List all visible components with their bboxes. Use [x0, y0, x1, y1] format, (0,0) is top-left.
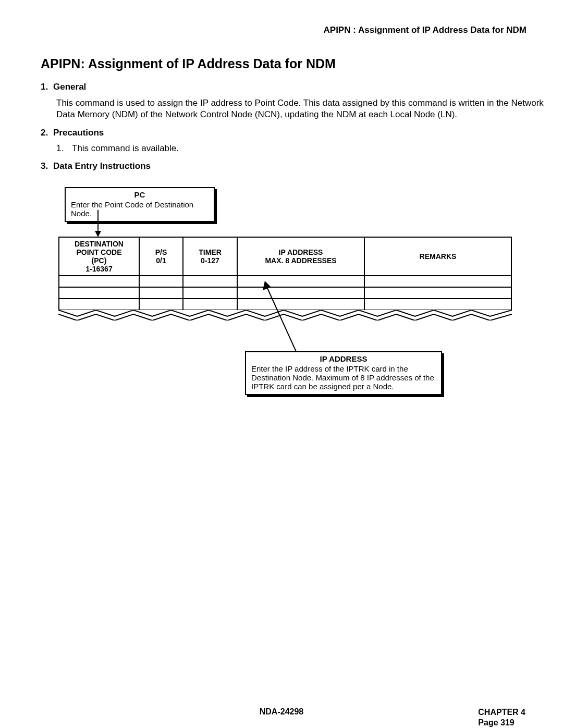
callout-pc: PC Enter the Point Code of Destination N…: [65, 187, 215, 222]
section-general: 1.General This command is used to assign…: [41, 82, 563, 120]
col-header-ps: P/S 0/1: [139, 237, 183, 276]
precaution-item-1: 1.This command is available.: [56, 143, 563, 154]
running-header: APIPN : Assignment of IP Address Data fo…: [0, 0, 563, 35]
callout-ip: IP ADDRESS Enter the IP address of the I…: [245, 351, 442, 395]
footer-doc-id: NDA-24298: [260, 707, 303, 717]
callout-ip-text: Enter the IP address of the IPTRK card i…: [251, 364, 436, 391]
col4-l2: MAX. 8 ADDRESSES: [241, 256, 361, 265]
section-title-2: Precautions: [53, 128, 104, 138]
running-title-text: APIPN : Assignment of IP Address Data fo…: [324, 25, 527, 35]
section-num-2: 2.: [41, 128, 53, 138]
col-header-remarks: REMARKS: [364, 237, 511, 276]
precaution-text-1: This command is available.: [72, 143, 179, 153]
col-header-ip: IP ADDRESS MAX. 8 ADDRESSES: [237, 237, 364, 276]
col3-l1: TIMER: [187, 248, 234, 256]
col4-l1: IP ADDRESS: [241, 248, 361, 256]
col1-l2: POINT CODE: [63, 248, 136, 256]
col1-l4: 1-16367: [63, 265, 136, 273]
callout-pc-text: Enter the Point Code of Destination Node…: [71, 200, 209, 218]
col2-l1: P/S: [143, 248, 179, 256]
section-num-3: 3.: [41, 161, 53, 171]
section-data-entry: 3.Data Entry Instructions: [41, 161, 563, 171]
section-title-1: General: [53, 82, 86, 92]
section-body-1: This command is used to assign the IP ad…: [56, 97, 563, 120]
table-header: DESTINATION POINT CODE (PC) 1-16367 P/S …: [59, 237, 511, 276]
diagram-area: PC Enter the Point Code of Destination N…: [0, 187, 563, 406]
col1-l1: DESTINATION: [63, 240, 136, 248]
col-header-timer: TIMER 0-127: [183, 237, 237, 276]
col3-l2: 0-127: [187, 256, 234, 265]
section-heading-3: 3.Data Entry Instructions: [41, 161, 563, 171]
svg-marker-3: [263, 281, 271, 290]
footer-chapter: CHAPTER 4: [478, 707, 525, 718]
section-title-3: Data Entry Instructions: [53, 161, 151, 171]
page-title: APIPN: Assignment of IP Address Data for…: [41, 56, 563, 71]
arrow-pc-icon: [93, 210, 103, 237]
col2-l2: 0/1: [143, 256, 179, 265]
section-num-1: 1.: [41, 82, 53, 92]
footer-page: Page 319: [478, 718, 525, 728]
svg-line-2: [267, 287, 297, 354]
arrow-ip-icon: [261, 281, 302, 354]
callout-pc-title: PC: [71, 190, 209, 199]
callout-ip-title: IP ADDRESS: [251, 354, 436, 363]
col-header-pc: DESTINATION POINT CODE (PC) 1-16367: [59, 237, 139, 276]
footer-right-block: CHAPTER 4 Page 319 Issue 1: [478, 707, 525, 728]
section-heading-2: 2.Precautions: [41, 128, 563, 138]
precaution-num-1: 1.: [56, 143, 72, 154]
section-precautions: 2.Precautions 1.This command is availabl…: [41, 128, 563, 154]
section-heading-1: 1.General: [41, 82, 563, 92]
col1-l3: (PC): [63, 256, 136, 265]
col5-l1: REMARKS: [368, 252, 508, 261]
